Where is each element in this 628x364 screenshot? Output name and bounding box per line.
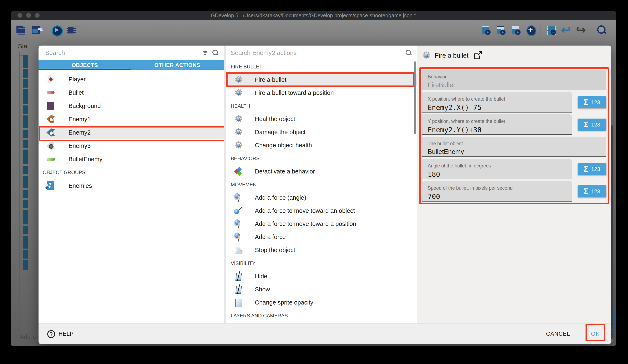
events-condition-cell [23, 176, 28, 188]
open-in-new-arrow-head [479, 51, 482, 54]
action-row-add-a-force-to-move-toward-a-position[interactable]: Add a force to move toward a position [226, 217, 417, 231]
action-label: Add a force (angle) [255, 194, 306, 201]
objects-search-input[interactable] [39, 46, 224, 60]
events-condition-cell [23, 116, 28, 128]
field-the-bullet-object[interactable]: The bullet objectBulletEnemy [422, 137, 606, 157]
action-row-damage-the-object[interactable]: Damage the object [226, 126, 417, 139]
field-value: Enemy2.Y()+30 [428, 126, 572, 134]
action-row-fire-a-bullet-toward-a-position[interactable]: Fire a bullet toward a position [226, 86, 417, 99]
object-label: Enemy3 [69, 142, 90, 149]
force-icon [234, 193, 243, 202]
gear-icon [234, 128, 243, 137]
events-condition-cell [23, 250, 28, 258]
object-label: Enemy2 [69, 129, 90, 136]
filter-icon[interactable] [203, 51, 207, 55]
section-header-visibility: VISIBILITY [226, 257, 417, 270]
expression-editor-button[interactable]: Σ123 [578, 96, 606, 108]
action-title: Fire a bullet [435, 52, 469, 59]
enemy1-icon [46, 115, 55, 124]
section-header-layers-and-cameras: LAYERS AND CAMERAS [226, 309, 417, 322]
action-row-fire-a-bullet[interactable]: Fire a bullet [226, 73, 417, 86]
search-icon[interactable] [406, 50, 412, 56]
add-event-icon[interactable] [480, 25, 491, 35]
action-row-stop-the-object[interactable]: Stop the object [226, 243, 417, 257]
redo-icon[interactable]: ↪ [576, 25, 586, 35]
field-speed-of-the-bullet[interactable]: Speed of the bullet, in pixels per secon… [422, 181, 572, 202]
open-in-new-icon[interactable] [474, 52, 481, 59]
action-row-change-sprite-opacity[interactable]: Change sprite opacity [226, 296, 417, 309]
field-angle-of-the-bullet[interactable]: Angle of the bullet, in degrees180 [422, 159, 572, 179]
field-y-position[interactable]: Y position, where to create the bulletEn… [422, 114, 572, 135]
events-condition-cell [23, 210, 28, 224]
add-comment-icon[interactable] [511, 25, 521, 35]
force-icon [234, 233, 243, 242]
actions-search-input[interactable] [226, 46, 417, 60]
events-condition-cell [23, 69, 28, 78]
ok-button[interactable]: OK [591, 331, 600, 337]
titlebar: GDevelop 5 - /Users/dkarakay/Documents/G… [11, 11, 616, 20]
enemy1-sprite [46, 115, 55, 124]
expression-editor-button[interactable]: Σ123 [578, 119, 606, 131]
enemy2-icon [46, 128, 55, 137]
action-row-add-a-force-to-move-toward-an-object[interactable]: Add a force to move toward an object [226, 204, 417, 217]
object-row-player[interactable]: Player [39, 73, 224, 86]
cancel-button[interactable]: CANCEL [546, 331, 570, 337]
action-row-show[interactable]: Show [226, 283, 417, 296]
add-circle-icon[interactable] [526, 25, 536, 35]
group-icon [46, 181, 55, 190]
gear-icon [234, 115, 243, 124]
expression-editor-button[interactable]: Σ123 [578, 185, 606, 197]
object-row-bullet[interactable]: Bullet [39, 86, 224, 99]
numbers-icon: 123 [591, 188, 600, 195]
object-row-bulletenemy[interactable]: BulletEnemy [39, 152, 224, 166]
object-row-background[interactable]: Background [39, 99, 224, 113]
action-row-heal-the-object[interactable]: Heal the object [226, 113, 417, 126]
object-row-enemy1[interactable]: Enemy1 [39, 113, 224, 126]
events-condition-cell [23, 190, 28, 198]
scene-editor-icon[interactable] [31, 25, 41, 35]
action-row-hide[interactable]: Hide [226, 270, 417, 283]
stop-glyph [234, 246, 243, 255]
field-value: FireBullet [428, 81, 606, 89]
search-icon[interactable] [596, 25, 606, 35]
object-row-enemy3[interactable]: Enemy3 [39, 139, 224, 152]
expression-editor-button[interactable]: Σ123 [578, 163, 606, 175]
actions-scrollbar-thumb[interactable] [414, 61, 416, 134]
search-icon[interactable] [212, 50, 219, 56]
help-button[interactable]: HELP [47, 330, 74, 338]
debug-icon[interactable] [66, 25, 76, 35]
action-label: Damage the object [255, 129, 306, 136]
force-arrow-icon [234, 206, 243, 216]
bulletenemy-icon [46, 155, 55, 164]
field-value: 700 [428, 193, 572, 201]
numbers-icon: 123 [591, 121, 600, 128]
actions-search-row [226, 46, 417, 60]
events-tree-tick [19, 55, 23, 56]
group-row-enemies[interactable]: Enemies [39, 179, 224, 192]
object-row-enemy2[interactable]: Enemy2 [39, 126, 224, 139]
gear-icon [422, 51, 431, 60]
main-toolbar: ↩ ↪ [11, 20, 616, 40]
gear-icon [234, 88, 243, 98]
play-icon[interactable] [51, 25, 61, 35]
field-label: Y position, where to create the bullet [428, 119, 572, 124]
action-row-add-a-force[interactable]: Add a force [226, 231, 417, 243]
force-glyph [234, 233, 243, 242]
events-tree-line [19, 52, 20, 339]
extract-events-icon[interactable] [546, 25, 556, 35]
events-list-icon[interactable] [16, 25, 26, 35]
action-row-change-object-health[interactable]: Change object health [226, 139, 417, 152]
undo-icon[interactable]: ↩ [561, 25, 571, 35]
action-row-add-a-force-angle-[interactable]: Add a force (angle) [226, 191, 417, 204]
action-label: Heal the object [255, 116, 295, 122]
action-row-de-activate-a-behavior[interactable]: De/activate a behavior [226, 165, 417, 178]
bulletenemy-sprite [46, 155, 55, 164]
action-label: De/activate a behavior [255, 168, 315, 175]
sigma-icon: Σ [584, 120, 588, 129]
field-value: 180 [428, 170, 572, 179]
tab-other-actions[interactable]: OTHER ACTIONS [131, 60, 224, 70]
add-subevent-icon[interactable] [496, 25, 506, 35]
field-x-position[interactable]: X position, where to create the bulletEn… [422, 92, 572, 113]
ok-button-wrap: OK [586, 325, 605, 343]
events-condition-cell [23, 166, 28, 174]
